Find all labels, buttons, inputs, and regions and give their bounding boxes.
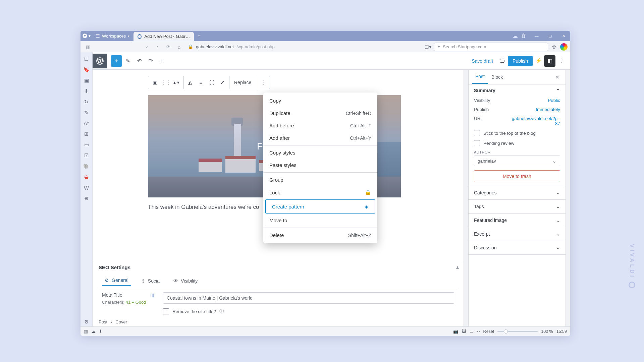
save-draft-button[interactable]: Save draft (468, 56, 496, 66)
panel-history-button[interactable]: ↻ (82, 97, 91, 107)
replace-media-button[interactable]: Replace (231, 77, 254, 88)
ctx-add-before[interactable]: Add beforeCtrl+Alt+T (263, 119, 377, 132)
nav-home-button[interactable]: ⌂ (174, 42, 184, 52)
section-categories[interactable]: Categories⌄ (469, 186, 566, 200)
ctx-create-pattern[interactable]: Create pattern◈ (265, 199, 375, 214)
window-close-button[interactable]: ✕ (557, 31, 570, 41)
move-to-trash-button[interactable]: Move to trash (474, 170, 560, 182)
wordpress-logo[interactable] (93, 54, 107, 68)
browser-tab-active[interactable]: Add New Post ‹ Gabriela's … (133, 32, 194, 41)
bookmark-button[interactable]: ☐▾ (423, 42, 433, 52)
status-image-icon[interactable]: 🖼 (462, 329, 466, 334)
content-position-button[interactable]: ◭ (185, 77, 195, 88)
status-capture-icon[interactable]: 📷 (453, 329, 459, 334)
tab-block[interactable]: Block (488, 70, 506, 84)
toggle-fullscreen-button[interactable]: ⤢ (218, 77, 227, 88)
options-button[interactable]: ⋮ (555, 55, 567, 67)
status-download-icon[interactable]: ⬇ (99, 329, 103, 334)
panel-wikipedia-button[interactable]: W (82, 183, 91, 192)
workspaces-button[interactable]: ☰ Workspaces ▾ (92, 31, 133, 41)
seo-collapse-button[interactable]: ▴ (456, 264, 459, 270)
settings-scrollbar[interactable] (566, 70, 570, 326)
editor-canvas[interactable]: ▣ ⋮⋮ ▲▼ ◭ ≡ ⛶ ⤢ Replace (93, 70, 464, 261)
zoom-slider[interactable] (497, 331, 538, 332)
editor-scrollbar[interactable] (464, 70, 468, 326)
preview-button[interactable]: 🖵 (496, 55, 508, 67)
panel-reading-list-button[interactable]: 🔖 (82, 65, 91, 74)
seo-tab-general[interactable]: ⚙General (102, 276, 131, 286)
section-excerpt[interactable]: Excerpt⌄ (469, 227, 566, 241)
panel-add-button[interactable]: ⊕ (82, 194, 91, 203)
url-field[interactable]: 🔒 gabrielav.vivaldi.net/wp-admin/post.ph… (185, 43, 422, 51)
nav-forward-button[interactable]: › (153, 42, 162, 52)
align-button[interactable]: ≡ (196, 77, 206, 88)
window-maximize-button[interactable]: ▢ (543, 31, 557, 41)
panel-bookmarks-button[interactable]: ☐ (82, 54, 91, 64)
extensions-button[interactable]: ✿ (549, 42, 559, 52)
block-inserter-button[interactable]: ＋ (111, 55, 122, 67)
status-code-icon[interactable]: ‹› (477, 329, 480, 334)
panel-sessions-button[interactable]: ▭ (82, 140, 91, 149)
full-height-button[interactable]: ⛶ (207, 77, 216, 88)
panel-window-button[interactable]: ⊞ (82, 129, 91, 139)
url-value[interactable]: gabrielav.vivaldi.net/?p=87 (510, 116, 560, 126)
settings-toggle-button[interactable]: ◧ (544, 55, 555, 67)
ctx-add-after[interactable]: Add afterCtrl+Alt+Y (263, 132, 377, 144)
move-handle-icon[interactable]: ▲▼ (172, 77, 181, 88)
pending-checkbox[interactable] (474, 140, 480, 146)
status-panel-icon[interactable]: ▥ (84, 329, 88, 334)
seo-tab-social[interactable]: ⇪Social (139, 276, 163, 286)
sticky-checkbox[interactable] (474, 130, 480, 136)
trash-icon[interactable]: 🗑 (521, 33, 527, 39)
ctx-move-to[interactable]: Move to (263, 214, 377, 227)
ctx-delete[interactable]: DeleteShift+Alt+Z (263, 229, 377, 241)
nav-reload-button[interactable]: ⟳ (164, 42, 173, 52)
block-more-button[interactable]: ⋮ (258, 77, 268, 88)
meta-title-input[interactable]: Coastal towns in Maine | Gabriela's worl… (163, 292, 454, 304)
nav-back-button[interactable]: ‹ (142, 42, 152, 52)
window-minimize-button[interactable]: — (530, 31, 543, 41)
ctx-lock[interactable]: Lock🔒 (263, 186, 377, 199)
panel-mastodon-button[interactable]: 🐘 (82, 162, 91, 171)
remove-sitetitle-checkbox[interactable] (163, 308, 169, 314)
vivaldi-menu-button[interactable]: ▾ (80, 31, 92, 41)
undo-button[interactable]: ↶ (133, 55, 145, 67)
status-tiling-icon[interactable]: ▭ (470, 329, 474, 334)
section-featured-image[interactable]: Featured image⌄ (469, 214, 566, 227)
section-tags[interactable]: Tags⌄ (469, 200, 566, 214)
help-icon[interactable]: ⓘ (219, 308, 224, 314)
crumb-cover[interactable]: Cover (115, 319, 127, 324)
panel-notes-button[interactable]: ✎ (82, 108, 91, 117)
ctx-copy[interactable]: Copy (263, 95, 377, 107)
publish-button[interactable]: Publish (508, 56, 533, 66)
tab-post[interactable]: Post (472, 70, 488, 84)
tools-edit-button[interactable]: ✎ (122, 55, 133, 67)
seo-tab-visibility[interactable]: 👁Visibility (171, 276, 200, 286)
status-sync-icon[interactable]: ☁ (91, 329, 96, 334)
search-field[interactable]: ✦ Search Startpage.com (434, 43, 548, 51)
ctx-paste-styles[interactable]: Paste styles (263, 159, 377, 171)
jetpack-button[interactable]: ⚡ (533, 55, 544, 67)
block-type-cover-icon[interactable]: ▣ (150, 77, 160, 88)
crumb-post[interactable]: Post (99, 319, 107, 324)
profile-avatar[interactable] (560, 43, 568, 51)
section-discussion[interactable]: Discussion⌄ (469, 241, 566, 255)
ai-icon[interactable]: ▯▯ (150, 292, 156, 298)
ctx-duplicate[interactable]: DuplicateCtrl+Shift+D (263, 107, 377, 119)
panel-translate-button[interactable]: Aᵃ (82, 119, 91, 128)
redo-button[interactable]: ↷ (145, 55, 156, 67)
panel-tasks-button[interactable]: ☑ (82, 151, 91, 160)
visibility-value[interactable]: Public (548, 98, 560, 103)
ctx-copy-styles[interactable]: Copy styles (263, 146, 377, 159)
author-select[interactable]: gabrielav⌄ (474, 156, 560, 166)
panel-toggle-button[interactable]: ▥ (83, 42, 93, 52)
ctx-group[interactable]: Group (263, 174, 377, 186)
document-overview-button[interactable]: ≡ (156, 55, 168, 67)
panel-settings-button[interactable]: ⚙ (82, 317, 91, 326)
chevron-up-icon[interactable]: ⌃ (556, 88, 560, 93)
drag-handle-icon[interactable]: ⋮⋮ (161, 77, 170, 88)
sync-cloud-icon[interactable]: ☁ (513, 33, 518, 39)
panel-vivaldi-button[interactable]: ◒ (82, 172, 91, 182)
new-tab-button[interactable]: + (194, 31, 204, 41)
panel-tabs-button[interactable]: ▣ (82, 76, 91, 85)
